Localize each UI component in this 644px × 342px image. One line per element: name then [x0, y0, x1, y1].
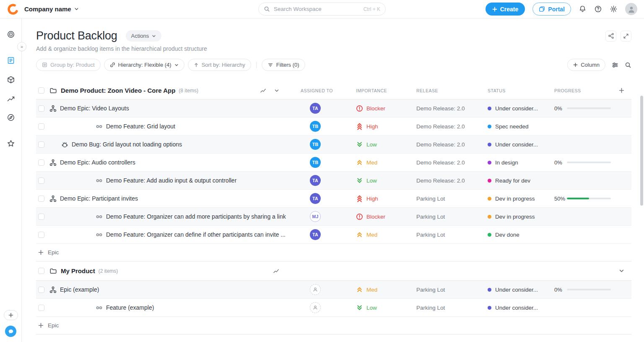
assigned-cell[interactable]: MJ — [299, 211, 355, 222]
group-insights-icon[interactable] — [260, 87, 266, 94]
user-avatar[interactable] — [625, 3, 637, 15]
status-cell[interactable]: Under consider... — [486, 305, 553, 311]
status-cell[interactable]: Under consider... — [486, 287, 553, 293]
app-logo-icon[interactable] — [7, 3, 19, 16]
release-cell[interactable]: Parking Lot — [415, 287, 486, 293]
assigned-cell[interactable] — [299, 284, 355, 295]
group-title[interactable]: Demo Product: Zoon Video - Core App — [61, 87, 175, 94]
importance-cell[interactable]: Blocker — [355, 105, 415, 112]
row-checkbox[interactable] — [38, 105, 44, 112]
release-cell[interactable]: Demo Release: 2.0 — [415, 105, 486, 112]
assigned-cell[interactable]: TA — [299, 103, 355, 114]
table-row[interactable]: Epic (example) Med Parking Lot Under con… — [36, 281, 631, 299]
table-row[interactable]: Demo Feature: Add audio input & output c… — [36, 172, 631, 190]
sidebar-strategy-target-icon[interactable] — [7, 30, 15, 39]
sidebar-products-box-icon[interactable] — [7, 76, 15, 84]
filters-pill[interactable]: Filters (0) — [262, 59, 305, 71]
release-cell[interactable]: Demo Release: 2.0 — [415, 123, 486, 130]
assigned-cell[interactable]: TB — [299, 139, 355, 150]
group-checkbox[interactable] — [38, 268, 44, 274]
assignee-avatar[interactable]: TB — [310, 139, 321, 150]
status-cell[interactable]: Ready for dev — [486, 178, 553, 184]
row-checkbox[interactable] — [38, 196, 44, 202]
assignee-avatar[interactable]: TB — [310, 121, 321, 132]
importance-cell[interactable]: High — [355, 123, 415, 130]
unassigned-avatar[interactable] — [310, 284, 321, 295]
assignee-avatar[interactable]: TB — [310, 157, 321, 168]
view-settings-sliders-icon[interactable] — [612, 62, 618, 68]
sidebar-add-button[interactable] — [4, 310, 18, 320]
assigned-cell[interactable]: TA — [299, 229, 355, 240]
release-cell[interactable]: Parking Lot — [415, 305, 486, 311]
status-cell[interactable]: Dev in progress — [486, 214, 553, 220]
column-header-importance[interactable]: IMPORTANCE — [355, 88, 415, 93]
settings-gear-icon[interactable] — [610, 5, 618, 13]
importance-cell[interactable]: Med — [355, 286, 415, 293]
company-switcher[interactable]: Company name — [24, 5, 79, 13]
table-row[interactable]: Demo Epic: Video Layouts TA Blocker Demo… — [36, 99, 631, 117]
scrollbar-thumb[interactable] — [640, 96, 643, 206]
sidebar-insights-chart-icon[interactable] — [7, 94, 15, 103]
assignee-avatar[interactable]: TA — [310, 229, 321, 240]
item-title[interactable]: Demo Feature: Organizer can add more par… — [106, 213, 286, 220]
importance-cell[interactable]: High — [355, 195, 415, 202]
group-checkbox[interactable] — [38, 87, 44, 94]
share-icon[interactable] — [605, 31, 616, 42]
importance-cell[interactable]: Blocker — [355, 213, 415, 220]
table-row[interactable]: Feature (example) Low Parking Lot Under … — [36, 299, 631, 317]
row-checkbox[interactable] — [38, 305, 44, 311]
release-cell[interactable]: Parking Lot — [415, 232, 486, 238]
item-title[interactable]: Feature (example) — [106, 304, 154, 311]
table-row[interactable]: Demo Feature: Grid layout TB High Demo R… — [36, 117, 631, 136]
support-chat-icon[interactable] — [5, 326, 16, 337]
item-title[interactable]: Demo Feature: Add audio input & output c… — [106, 177, 236, 184]
group-by-pill[interactable]: Group by: Product — [36, 59, 101, 71]
add-column-button[interactable]: Column — [567, 59, 605, 71]
release-cell[interactable]: Demo Release: 2.0 — [415, 141, 486, 148]
group-collapse-chevron-icon[interactable] — [619, 268, 624, 274]
status-cell[interactable]: Under consider... — [486, 141, 553, 148]
assigned-cell[interactable] — [299, 302, 355, 313]
assignee-avatar[interactable]: TA — [310, 193, 321, 204]
row-checkbox[interactable] — [38, 123, 44, 130]
table-search-icon[interactable] — [625, 62, 631, 68]
item-title[interactable]: Demo Feature: Grid layout — [106, 123, 175, 130]
table-row[interactable]: Demo Bug: Grid layout not loading option… — [36, 136, 631, 154]
item-title[interactable]: Demo Epic: Audio controllers — [60, 159, 135, 166]
sort-by-pill[interactable]: Sort by: Hierarchy — [188, 59, 251, 71]
importance-cell[interactable]: Low — [355, 304, 415, 311]
assigned-cell[interactable]: TB — [299, 157, 355, 168]
release-cell[interactable]: Parking Lot — [415, 214, 486, 220]
expand-icon[interactable] — [621, 31, 631, 42]
release-cell[interactable]: Demo Release: 2.0 — [415, 159, 486, 166]
assigned-cell[interactable]: TA — [299, 175, 355, 186]
importance-cell[interactable]: Low — [355, 141, 415, 148]
add-column-icon[interactable] — [619, 88, 624, 93]
item-title[interactable]: Demo Feature: Organizer can define if ot… — [106, 231, 286, 238]
table-row[interactable]: Demo Epic: Participant invites TA High P… — [36, 190, 631, 208]
row-checkbox[interactable] — [38, 141, 44, 148]
importance-cell[interactable]: Med — [355, 231, 415, 238]
column-header-progress[interactable]: PROGRESS — [553, 88, 612, 93]
assignee-avatar[interactable]: TA — [310, 175, 321, 186]
unassigned-avatar[interactable] — [310, 302, 321, 313]
status-cell[interactable]: Dev done — [486, 232, 553, 238]
item-title[interactable]: Demo Epic: Video Layouts — [60, 105, 129, 112]
notifications-bell-icon[interactable] — [579, 5, 587, 13]
sidebar-backlog-document-icon[interactable] — [7, 56, 15, 65]
add-epic-button[interactable]: Epic — [36, 244, 631, 261]
workspace-search-input[interactable]: Search Workspace Ctrl + K — [258, 3, 386, 16]
release-cell[interactable]: Demo Release: 2.0 — [415, 178, 486, 184]
table-row[interactable]: Demo Epic: Audio controllers TB Med Demo… — [36, 154, 631, 172]
status-cell[interactable]: Dev in progress — [486, 196, 553, 202]
row-checkbox[interactable] — [38, 178, 44, 184]
status-cell[interactable]: Spec needed — [486, 123, 553, 130]
row-checkbox[interactable] — [38, 232, 44, 238]
row-checkbox[interactable] — [38, 214, 44, 220]
portal-button[interactable]: Portal — [532, 3, 571, 16]
importance-cell[interactable]: Low — [355, 177, 415, 184]
group-title[interactable]: My Product — [61, 267, 95, 274]
sidebar-expand-button[interactable]: » — [17, 42, 26, 51]
item-title[interactable]: Epic (example) — [60, 286, 99, 293]
sidebar-favorites-star-icon[interactable] — [7, 139, 15, 148]
